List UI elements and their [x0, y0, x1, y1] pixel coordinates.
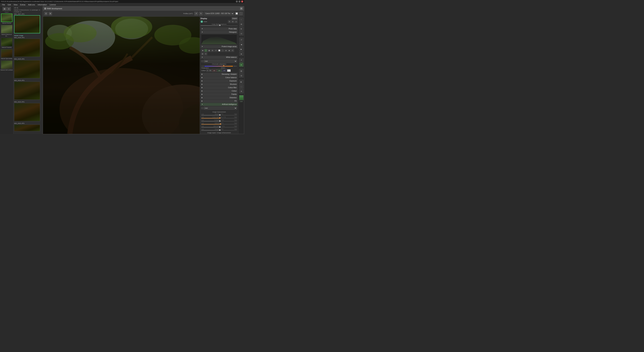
compress-slider[interactable]	[201, 121, 237, 121]
colour-balance-section[interactable]: Colour balance	[200, 76, 238, 79]
display-btn-2[interactable]: ⊞	[231, 20, 234, 23]
preset-natural-soft-contrast[interactable]: Natural Soft contrast	[0, 60, 13, 71]
colour-section[interactable]: Colour	[200, 89, 238, 92]
adj-icon-12[interactable]: ⊟	[204, 52, 207, 55]
far-right-icon-10[interactable]: ▥	[239, 69, 244, 73]
toolbar-icon-3[interactable]: ⬜	[235, 12, 238, 15]
thumb-image[interactable]	[14, 125, 40, 131]
far-right-icon-9[interactable]: ●	[239, 62, 244, 67]
distortion-section[interactable]: Distortion	[200, 96, 238, 99]
export-btn[interactable]: Export	[232, 17, 238, 20]
micro-details-slider[interactable]	[201, 127, 237, 128]
maximize-btn[interactable]: □	[238, 0, 240, 2]
far-right-icon-12[interactable]: ◐	[239, 80, 244, 84]
colour-box-b[interactable]: 255	[222, 69, 227, 72]
thumb-image[interactable]	[14, 39, 40, 57]
adj-icon-8[interactable]: ◈	[224, 49, 228, 52]
filter-contrast[interactable]: Contrast: 11	[14, 11, 22, 12]
adj-icon-7[interactable]: ⬛	[221, 49, 224, 52]
far-right-icon-5[interactable]: ◀	[239, 42, 244, 47]
import-btn[interactable]: Import	[0, 11, 13, 13]
histogram-section[interactable]: Histogram	[200, 31, 238, 34]
reset-btn[interactable]: ↺	[194, 12, 198, 15]
photo-data-section[interactable]: Photo data	[200, 27, 238, 30]
colour-box-r[interactable]: 255	[212, 69, 217, 72]
adj-icon-3[interactable]: ▦	[208, 49, 211, 52]
adj-icon-5[interactable]: ↺	[214, 49, 217, 52]
white-balance-section[interactable]: White balance	[200, 56, 238, 59]
toolbar-icon-4[interactable]: ⬛	[239, 12, 243, 15]
preset-natural-maximum[interactable]: Natural Maximum sh...	[0, 25, 13, 37]
sharpen-slider[interactable]	[201, 130, 237, 131]
optimise-slider[interactable]	[201, 124, 237, 125]
far-right-icon-13[interactable]: ⬚	[239, 84, 244, 89]
adj-icon-1[interactable]: ◀	[201, 49, 204, 52]
camera-profile-select[interactable]: Canon EOS 1100D - ISO 100 Test	[204, 12, 234, 15]
ai-section[interactable]: Artificial intelligence	[200, 103, 238, 106]
colour-swatch[interactable]	[227, 69, 230, 72]
exposure-section[interactable]: Exposure	[200, 79, 238, 82]
menu-information[interactable]: Information	[36, 3, 48, 6]
display-btn-3[interactable]: ◎	[234, 20, 238, 23]
far-right-icon-0[interactable]: ↕	[239, 17, 244, 22]
structure-section[interactable]: Structure	[200, 83, 238, 86]
main-image-display[interactable]	[43, 16, 200, 134]
adj-icon-4[interactable]: ⊞	[211, 49, 214, 52]
far-right-icon-7[interactable]: ◈	[239, 52, 244, 56]
far-right-icon-11[interactable]: ⊟	[239, 73, 244, 78]
green-swatch[interactable]	[239, 95, 244, 100]
preset-natural-powerful[interactable]: Natural Powerful	[0, 38, 13, 48]
menu-view[interactable]: View	[12, 3, 19, 6]
brightness-slider[interactable]	[200, 25, 238, 26]
adj-icon-10[interactable]: ⊡	[231, 49, 234, 52]
denoise-slider[interactable]	[201, 115, 237, 115]
grid-view-btn[interactable]: ⊞	[2, 7, 6, 11]
temperature-slider[interactable]	[204, 66, 233, 66]
preset-natural-neutral[interactable]: Natural Neutral	[0, 13, 13, 24]
menu-extras[interactable]: Extras	[19, 3, 27, 6]
far-right-icon-1[interactable]: ⊞	[239, 22, 244, 26]
minimize-btn[interactable]: ─	[236, 0, 238, 2]
wb-clear-btn[interactable]: ✕	[209, 69, 212, 72]
menu-edit[interactable]: Edit	[6, 3, 12, 6]
colour-box-g[interactable]: 255	[217, 69, 222, 72]
menu-addons[interactable]: Add-ons	[27, 3, 36, 6]
wb-enable-checkbox[interactable]	[201, 60, 203, 62]
protect-section[interactable]: Protect image areas	[200, 45, 238, 48]
adj-icon-11[interactable]: ▥	[201, 52, 204, 55]
far-right-icon-6[interactable]: ▶	[239, 47, 244, 51]
colour-filter-section[interactable]: Colour filter	[200, 86, 238, 89]
far-right-icon-14[interactable]: ⊕	[239, 89, 244, 93]
toolbar-icon-1[interactable]: ⊡	[44, 12, 48, 15]
close-btn[interactable]: ✕	[241, 0, 243, 2]
thumb-image[interactable]	[14, 15, 40, 33]
list-view-btn[interactable]: ≡	[7, 7, 11, 11]
thumb-image[interactable]	[14, 103, 40, 121]
far-right-icon-8[interactable]: ✦	[239, 58, 244, 62]
filter-mono[interactable]: Monochrome: 11	[21, 9, 31, 11]
denoising-section[interactable]: Denoising / sharpen	[200, 73, 238, 76]
thumb-image[interactable]	[14, 82, 40, 100]
filter-natural[interactable]: Natural: 15	[14, 9, 21, 11]
refresh-btn[interactable]: ↻	[199, 12, 203, 15]
menu-file[interactable]: File	[1, 3, 6, 6]
wb-pick-btn[interactable]: +	[206, 69, 209, 72]
colour-balancing-slider[interactable]	[201, 118, 237, 118]
thumb-image[interactable]	[14, 60, 40, 78]
preset-natural-specularity[interactable]: Natural Specularity	[0, 49, 13, 59]
menu-licence[interactable]: Licence	[48, 3, 57, 6]
fx-section[interactable]: FX	[200, 100, 238, 103]
display-settings-btn[interactable]: ⚙	[228, 20, 231, 23]
adj-icon-2[interactable]: □	[204, 49, 207, 52]
ai-preset-select[interactable]: User	[204, 107, 237, 110]
far-right-icon-2[interactable]: ⚙	[239, 27, 244, 31]
toolbar-icon-2[interactable]: ⊞	[49, 12, 52, 15]
palette-section[interactable]: Palette	[200, 93, 238, 96]
adj-icon-6[interactable]: ⬜	[218, 49, 221, 52]
far-right-icon-3[interactable]: ⊡	[239, 31, 244, 36]
wb-preset-select[interactable]: User Daylight Cloudy Shade	[204, 60, 237, 63]
dialog-close-btn[interactable]: ✕	[240, 7, 243, 10]
far-right-icon-4[interactable]: ↺	[239, 37, 244, 42]
ai-enable-checkbox[interactable]	[201, 107, 203, 109]
filter-landscape[interactable]: Landscape: 11	[31, 9, 40, 11]
